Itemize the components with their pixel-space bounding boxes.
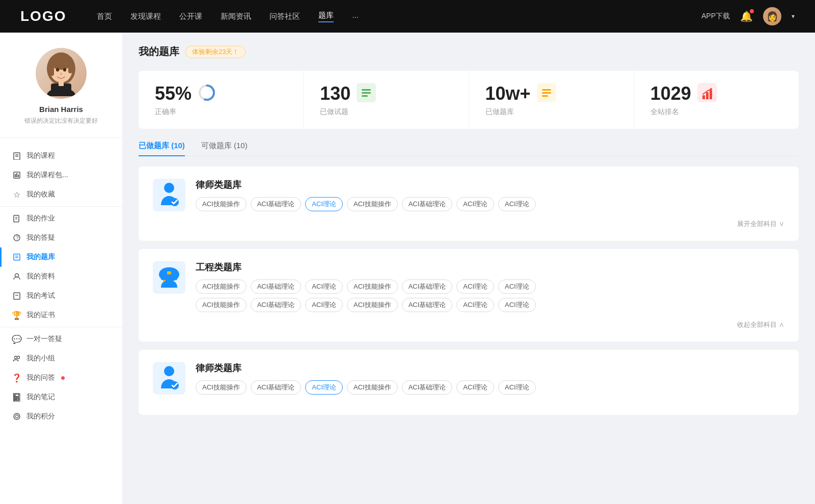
expand-link-1[interactable]: 展开全部科目 ∨	[153, 219, 784, 229]
favorites-label: 我的收藏	[26, 190, 55, 199]
main-content: 我的题库 体验剩余23天！ 55% 正确率	[122, 33, 815, 504]
tag-2a-7[interactable]: ACI理论	[498, 279, 536, 294]
sidebar-item-group[interactable]: 我的小组	[0, 349, 122, 368]
avatar[interactable]: 👩	[763, 7, 781, 25]
divider-1	[0, 206, 122, 207]
avatar-image	[36, 48, 87, 99]
myqa-label: 我的问答	[26, 373, 55, 382]
sidebar-item-profile[interactable]: 我的资料	[0, 267, 122, 286]
favorites-icon: ☆	[12, 190, 21, 199]
tag-2a-4[interactable]: ACI技能操作	[347, 279, 398, 294]
tag-1-2[interactable]: ACI基础理论	[251, 197, 302, 211]
tab-available[interactable]: 可做题库 (10)	[201, 141, 248, 156]
profile-icon	[12, 272, 21, 281]
stat-done-banks: 10w+ 已做题库	[469, 71, 634, 129]
1on1-label: 一对一答疑	[26, 334, 62, 344]
tag-2a-3[interactable]: ACI理论	[305, 279, 343, 294]
stat-rank-label: 全站排名	[650, 107, 679, 117]
tag-2a-6[interactable]: ACI理论	[456, 279, 494, 294]
tag-2b-7[interactable]: ACI理论	[498, 298, 536, 312]
svg-point-6	[63, 68, 66, 72]
stat-rank-value: 1029	[650, 83, 691, 104]
sidebar-profile: Brian Harris 错误的决定比没有决定要好	[0, 48, 122, 138]
tag-2a-1[interactable]: ACI技能操作	[196, 279, 247, 294]
page-title-row: 我的题库 体验剩余23天！	[139, 45, 799, 59]
sidebar-item-cert[interactable]: 🏆 我的证书	[0, 305, 122, 325]
sidebar-item-courses[interactable]: 我的课程	[0, 146, 122, 165]
svg-point-48	[164, 183, 174, 193]
nav-discover[interactable]: 发现课程	[130, 12, 161, 21]
qbank-card-lawyer-1: 律师类题库 ACI技能操作 ACI基础理论 ACI理论 ACI技能操作 ACI基…	[139, 166, 799, 241]
nav-news[interactable]: 新闻资讯	[221, 12, 251, 21]
tag-2a-2[interactable]: ACI基础理论	[251, 279, 302, 294]
sidebar-item-exam[interactable]: 我的考试	[0, 286, 122, 305]
tag-2b-3[interactable]: ACI理论	[305, 298, 343, 312]
collapse-link-2[interactable]: 收起全部科目 ∧	[153, 320, 784, 329]
tag-1-4[interactable]: ACI技能操作	[347, 197, 398, 211]
divider-2	[0, 327, 122, 327]
avatar-face: 👩	[763, 7, 781, 25]
sidebar-item-1on1[interactable]: 💬 一对一答疑	[0, 329, 122, 349]
tag-3-4[interactable]: ACI技能操作	[347, 380, 398, 395]
tabs-row: 已做题库 (10) 可做题库 (10)	[139, 141, 799, 156]
points-label: 我的积分	[26, 412, 55, 421]
tag-2b-6[interactable]: ACI理论	[456, 298, 494, 312]
tag-3-5[interactable]: ACI基础理论	[402, 380, 453, 395]
sidebar-item-notes[interactable]: 📓 我的笔记	[0, 387, 122, 407]
sidebar-item-qa[interactable]: ? 我的答疑	[0, 228, 122, 247]
nav-qbank[interactable]: 题库	[318, 11, 334, 22]
tag-1-6[interactable]: ACI理论	[456, 197, 494, 211]
app-download-button[interactable]: APP下载	[701, 12, 730, 21]
notes-label: 我的笔记	[26, 393, 55, 402]
tag-1-7[interactable]: ACI理论	[498, 197, 536, 211]
svg-rect-17	[18, 175, 19, 177]
nav-more[interactable]: ···	[352, 12, 359, 21]
sidebar-item-points[interactable]: 我的积分	[0, 407, 122, 426]
svg-text:?: ?	[16, 235, 19, 241]
nav-open-course[interactable]: 公开课	[179, 12, 202, 21]
avatar-chevron[interactable]: ▾	[792, 13, 795, 20]
navbar-nav: 首页 发现课程 公开课 新闻资讯 问答社区 题库 ···	[97, 11, 701, 22]
tag-3-7[interactable]: ACI理论	[498, 380, 536, 395]
tag-2b-2[interactable]: ACI基础理论	[251, 298, 302, 312]
tag-3-1[interactable]: ACI技能操作	[196, 380, 247, 395]
svg-rect-10	[59, 81, 64, 86]
tag-1-3[interactable]: ACI理论	[305, 197, 343, 211]
sidebar-item-homework[interactable]: 我的作业	[0, 209, 122, 228]
tag-3-6[interactable]: ACI理论	[456, 380, 494, 395]
stats-row: 55% 正确率 130	[139, 71, 799, 129]
nav-qa[interactable]: 问答社区	[269, 12, 300, 21]
tag-3-2[interactable]: ACI基础理论	[251, 380, 302, 395]
tag-2b-5[interactable]: ACI基础理论	[402, 298, 453, 312]
stat-db-row: 10w+	[485, 83, 556, 104]
tag-2a-5[interactable]: ACI基础理论	[402, 279, 453, 294]
sidebar-avatar	[36, 48, 87, 99]
svg-rect-51	[161, 277, 177, 280]
tag-2b-1[interactable]: ACI技能操作	[196, 298, 247, 312]
stat-done-questions: 130 已做试题	[304, 71, 469, 129]
sidebar-item-qbank[interactable]: 我的题库	[0, 247, 122, 267]
stat-accuracy-value: 55%	[155, 83, 192, 104]
group-icon	[12, 354, 21, 363]
tag-1-1[interactable]: ACI技能操作	[196, 197, 247, 211]
svg-rect-37	[362, 92, 371, 94]
qbank-icon-lawyer-1	[153, 179, 185, 211]
tag-2b-4[interactable]: ACI技能操作	[347, 298, 398, 312]
qbank-card-engineer: 工程类题库 ACI技能操作 ACI基础理论 ACI理论 ACI技能操作 ACI基…	[139, 249, 799, 342]
stat-dq-icon	[357, 83, 376, 104]
qbank-icon-engineer	[153, 261, 185, 294]
qbank-title-2: 工程类题库	[196, 261, 784, 273]
sidebar-menu: 我的课程 我的课程包... ☆ 我的收藏 我的作业	[0, 138, 122, 434]
sidebar-item-packages[interactable]: 我的课程包...	[0, 165, 122, 185]
tag-1-5[interactable]: ACI基础理论	[402, 197, 453, 211]
sidebar-item-favorites[interactable]: ☆ 我的收藏	[0, 185, 122, 204]
notification-bell[interactable]: 🔔	[740, 10, 753, 22]
svg-rect-44	[702, 95, 705, 99]
sidebar-item-myqa[interactable]: ❓ 我的问答	[0, 368, 122, 387]
nav-home[interactable]: 首页	[97, 12, 112, 21]
tags-row-2b: ACI技能操作 ACI基础理论 ACI理论 ACI技能操作 ACI基础理论 AC…	[196, 298, 784, 312]
cert-label: 我的证书	[26, 311, 55, 320]
tag-3-3[interactable]: ACI理论	[305, 380, 343, 395]
tab-done[interactable]: 已做题库 (10)	[139, 141, 185, 156]
stat-accuracy-label: 正确率	[155, 107, 176, 117]
